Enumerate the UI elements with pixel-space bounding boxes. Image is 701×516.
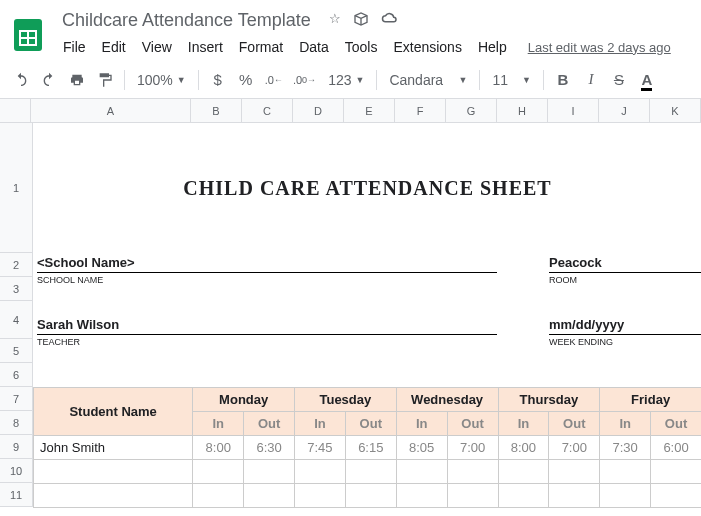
col-header-c[interactable]: C [242, 99, 293, 122]
teacher-value[interactable]: Sarah Wilson [37, 317, 497, 335]
school-name-value[interactable]: <School Name> [37, 255, 497, 273]
row-header-1[interactable]: 1 [0, 123, 32, 253]
undo-button[interactable] [8, 67, 34, 93]
empty-cell[interactable] [244, 460, 295, 484]
zoom-dropdown[interactable]: 100%▼ [131, 67, 192, 93]
time-cell[interactable]: 6:00 [651, 436, 701, 460]
paint-format-button[interactable] [92, 67, 118, 93]
percent-button[interactable]: % [233, 67, 259, 93]
menu-insert[interactable]: Insert [181, 35, 230, 59]
in-header: In [396, 412, 447, 436]
empty-cell[interactable] [34, 484, 193, 508]
col-header-d[interactable]: D [293, 99, 344, 122]
row-header-7[interactable]: 7 [0, 387, 32, 411]
menu-file[interactable]: File [56, 35, 93, 59]
empty-cell[interactable] [498, 460, 549, 484]
bold-button[interactable]: B [550, 67, 576, 93]
menu-help[interactable]: Help [471, 35, 514, 59]
student-name-cell[interactable]: John Smith [34, 436, 193, 460]
student-name-header: Student Name [34, 388, 193, 436]
select-all-corner[interactable] [0, 99, 31, 123]
empty-cell[interactable] [244, 484, 295, 508]
room-label: ROOM [549, 273, 701, 285]
row-header-11[interactable]: 11 [0, 483, 32, 507]
attendance-table[interactable]: Student Name Monday Tuesday Wednesday Th… [33, 387, 701, 508]
empty-cell[interactable] [396, 460, 447, 484]
week-ending-value[interactable]: mm/dd/yyyy [549, 317, 701, 335]
empty-cell[interactable] [193, 484, 244, 508]
time-cell[interactable]: 8:00 [193, 436, 244, 460]
out-header: Out [345, 412, 396, 436]
font-size-dropdown[interactable]: 11▼ [486, 67, 537, 93]
col-header-k[interactable]: K [650, 99, 701, 122]
day-header-mon: Monday [193, 388, 295, 412]
empty-cell[interactable] [396, 484, 447, 508]
menu-format[interactable]: Format [232, 35, 290, 59]
time-cell[interactable]: 7:00 [549, 436, 600, 460]
time-cell[interactable]: 8:00 [498, 436, 549, 460]
row-header-9[interactable]: 9 [0, 435, 32, 459]
col-header-b[interactable]: B [191, 99, 242, 122]
empty-cell[interactable] [447, 484, 498, 508]
time-cell[interactable]: 6:30 [244, 436, 295, 460]
col-header-e[interactable]: E [344, 99, 395, 122]
col-header-f[interactable]: F [395, 99, 446, 122]
last-edit-link[interactable]: Last edit was 2 days ago [528, 40, 671, 55]
empty-cell[interactable] [600, 460, 651, 484]
empty-cell[interactable] [549, 460, 600, 484]
empty-cell[interactable] [549, 484, 600, 508]
col-header-i[interactable]: I [548, 99, 599, 122]
decrease-decimal-button[interactable]: .0← [261, 67, 287, 93]
menu-data[interactable]: Data [292, 35, 336, 59]
italic-button[interactable]: I [578, 67, 604, 93]
font-dropdown[interactable]: Candara▼ [383, 67, 473, 93]
more-formats-dropdown[interactable]: 123▼ [322, 67, 370, 93]
row-header-10[interactable]: 10 [0, 459, 32, 483]
row-header-8[interactable]: 8 [0, 411, 32, 435]
time-cell[interactable]: 7:45 [295, 436, 346, 460]
empty-cell[interactable] [295, 484, 346, 508]
row-header-5[interactable]: 5 [0, 339, 32, 363]
empty-cell[interactable] [345, 484, 396, 508]
row-header-3[interactable]: 3 [0, 277, 32, 301]
empty-cell[interactable] [447, 460, 498, 484]
strike-button[interactable]: S [606, 67, 632, 93]
col-header-h[interactable]: H [497, 99, 548, 122]
room-value[interactable]: Peacock [549, 255, 701, 273]
col-header-g[interactable]: G [446, 99, 497, 122]
empty-cell[interactable] [34, 460, 193, 484]
empty-cell[interactable] [193, 460, 244, 484]
sheets-app-icon[interactable] [8, 15, 48, 55]
row-headers: 1234567891011 [0, 123, 33, 507]
row-header-2[interactable]: 2 [0, 253, 32, 277]
empty-cell[interactable] [498, 484, 549, 508]
text-color-button[interactable]: A [634, 67, 660, 93]
more-formats-label: 123 [328, 72, 351, 88]
redo-button[interactable] [36, 67, 62, 93]
document-title[interactable]: Childcare Attendance Template [56, 8, 317, 33]
currency-button[interactable]: $ [205, 67, 231, 93]
time-cell[interactable]: 7:00 [447, 436, 498, 460]
time-cell[interactable]: 8:05 [396, 436, 447, 460]
menu-tools[interactable]: Tools [338, 35, 385, 59]
col-header-a[interactable]: A [31, 99, 191, 122]
move-icon[interactable] [353, 11, 369, 30]
in-header: In [193, 412, 244, 436]
cloud-icon[interactable] [381, 11, 399, 30]
empty-cell[interactable] [600, 484, 651, 508]
empty-cell[interactable] [295, 460, 346, 484]
row-header-4[interactable]: 4 [0, 301, 32, 339]
print-button[interactable] [64, 67, 90, 93]
increase-decimal-button[interactable]: .00→ [289, 67, 320, 93]
empty-cell[interactable] [345, 460, 396, 484]
row-header-6[interactable]: 6 [0, 363, 32, 387]
menu-extensions[interactable]: Extensions [386, 35, 468, 59]
menu-view[interactable]: View [135, 35, 179, 59]
time-cell[interactable]: 7:30 [600, 436, 651, 460]
star-icon[interactable]: ☆ [329, 11, 341, 30]
empty-cell[interactable] [651, 484, 701, 508]
empty-cell[interactable] [651, 460, 701, 484]
col-header-j[interactable]: J [599, 99, 650, 122]
menu-edit[interactable]: Edit [95, 35, 133, 59]
time-cell[interactable]: 6:15 [345, 436, 396, 460]
